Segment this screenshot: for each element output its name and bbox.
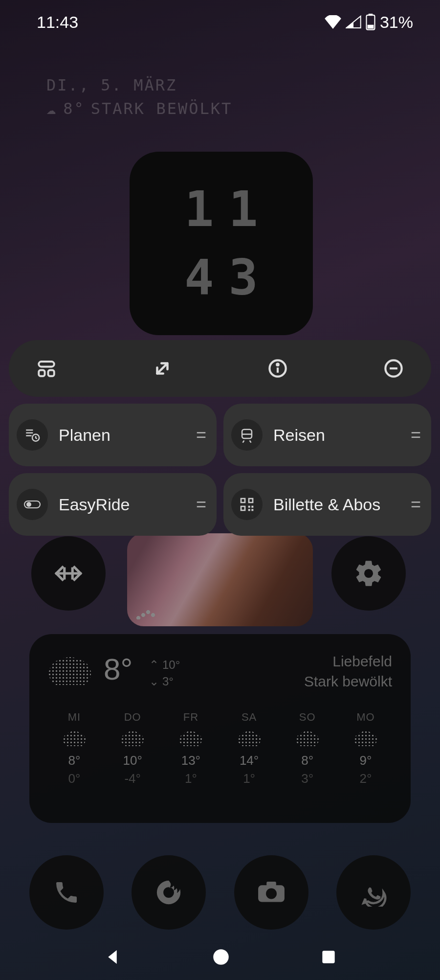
clock-hours: 11 <box>170 175 272 244</box>
gear-icon <box>353 558 384 589</box>
high-temp: ⌃ 10° <box>149 657 180 673</box>
media-widget[interactable] <box>127 533 313 626</box>
whatsapp-icon <box>359 878 388 907</box>
forecast-day: DO 10° -4° <box>108 711 157 786</box>
svg-rect-21 <box>251 509 253 511</box>
cloud-icon <box>48 656 92 685</box>
status-right: 31% <box>324 13 413 32</box>
svg-point-8 <box>277 364 279 365</box>
drag-handle-icon[interactable]: = <box>411 425 419 445</box>
toggle-icon <box>17 489 48 520</box>
widgets-button[interactable] <box>33 355 60 382</box>
shortcut-label: Reisen <box>273 426 400 445</box>
header-temp: 8° <box>63 97 85 120</box>
svg-rect-29 <box>322 951 334 963</box>
timetable-icon <box>17 419 48 451</box>
home-button[interactable] <box>211 947 231 967</box>
svg-point-14 <box>27 502 31 506</box>
header-date: DI., 5. MÄRZ <box>46 73 232 97</box>
train-icon <box>231 419 263 451</box>
cloud-icon <box>179 730 202 746</box>
weather-now: 8° ⌃ 10° ⌄ 3° <box>48 652 180 691</box>
info-button[interactable] <box>264 355 291 382</box>
shortcut-grid: Planen = Reisen = EasyRide = Billette & … <box>9 404 431 536</box>
shortcut-label: Billette & Abos <box>273 495 400 514</box>
svg-rect-19 <box>251 506 253 508</box>
popover-menu-bar <box>9 340 431 397</box>
svg-rect-2 <box>368 25 374 29</box>
clock-widget[interactable]: 11 43 <box>130 152 313 335</box>
sbb-icon <box>53 563 84 584</box>
shortcut-label: Planen <box>59 426 185 445</box>
drag-handle-icon[interactable]: = <box>196 494 205 515</box>
location-name: Liebefeld <box>304 652 392 672</box>
hi-lo: ⌃ 10° ⌄ 3° <box>149 657 180 689</box>
wifi-icon <box>324 15 342 29</box>
svg-point-28 <box>213 949 229 965</box>
drag-handle-icon[interactable]: = <box>411 494 419 515</box>
qr-icon <box>231 489 263 520</box>
phone-icon <box>53 879 80 906</box>
forecast-day: MO 9° 2° <box>341 711 390 786</box>
forecast-day: SA 14° 1° <box>225 711 274 786</box>
status-time: 11:43 <box>37 13 78 32</box>
svg-rect-1 <box>369 14 373 16</box>
shortcut-reisen[interactable]: Reisen = <box>223 404 431 466</box>
shortcut-billette[interactable]: Billette & Abos = <box>223 473 431 536</box>
forecast-day: MI 8° 0° <box>50 711 99 786</box>
app-firefox[interactable] <box>132 855 206 930</box>
weather-forecast: MI 8° 0° DO 10° -4° FR 13° 1° SA 14° 1° … <box>48 711 392 786</box>
shortcut-easyride[interactable]: EasyRide = <box>9 473 217 536</box>
cloud-icon: ☁ <box>46 97 57 120</box>
forecast-day: FR 13° 1° <box>166 711 215 786</box>
widget-popover: Planen = Reisen = EasyRide = Billette & … <box>9 340 431 536</box>
low-temp: ⌄ 3° <box>149 673 180 690</box>
clock-minutes: 43 <box>170 244 272 312</box>
shortcut-planen[interactable]: Planen = <box>9 404 217 466</box>
svg-point-26 <box>266 888 277 899</box>
camera-icon <box>257 882 286 903</box>
svg-rect-23 <box>249 499 252 501</box>
remove-button[interactable] <box>380 355 407 382</box>
svg-rect-27 <box>266 882 276 887</box>
navigation-bar <box>0 934 440 980</box>
status-bar: 11:43 31% <box>0 0 440 44</box>
drag-handle-icon[interactable]: = <box>196 425 205 445</box>
cloud-icon <box>63 730 86 746</box>
svg-rect-24 <box>242 507 244 509</box>
header-condition: STARK BEWÖLKT <box>91 97 232 120</box>
svg-rect-5 <box>48 370 54 376</box>
cloud-icon <box>238 730 261 746</box>
firefox-icon <box>154 878 183 907</box>
partly-cloudy-icon <box>121 730 144 746</box>
header-date-weather[interactable]: DI., 5. MÄRZ ☁ 8° STARK BEWÖLKT <box>46 73 232 120</box>
app-whatsapp[interactable] <box>336 855 411 930</box>
current-temp: 8° <box>104 652 132 686</box>
svg-rect-3 <box>39 362 54 367</box>
signal-icon <box>346 15 361 29</box>
forecast-day: SO 8° 3° <box>283 711 332 786</box>
back-button[interactable] <box>102 947 123 967</box>
resize-button[interactable] <box>149 355 176 382</box>
svg-rect-22 <box>242 499 244 501</box>
rain-icon <box>296 730 319 746</box>
svg-rect-4 <box>39 370 44 376</box>
app-phone[interactable] <box>29 855 104 930</box>
dock <box>29 855 411 930</box>
weather-widget[interactable]: 8° ⌃ 10° ⌄ 3° Liebefeld Stark bewölkt MI… <box>29 634 411 823</box>
app-sbb[interactable] <box>31 536 106 611</box>
svg-rect-18 <box>248 506 250 508</box>
recents-button[interactable] <box>319 948 338 966</box>
app-camera[interactable] <box>234 855 308 930</box>
weather-location: Liebefeld Stark bewölkt <box>304 652 392 691</box>
shortcut-label: EasyRide <box>59 495 185 514</box>
condition-text: Stark bewölkt <box>304 672 392 692</box>
svg-rect-20 <box>248 509 250 511</box>
battery-percent: 31% <box>380 13 413 32</box>
app-settings[interactable] <box>331 536 406 611</box>
battery-icon <box>365 14 376 30</box>
rain-icon <box>354 730 377 746</box>
